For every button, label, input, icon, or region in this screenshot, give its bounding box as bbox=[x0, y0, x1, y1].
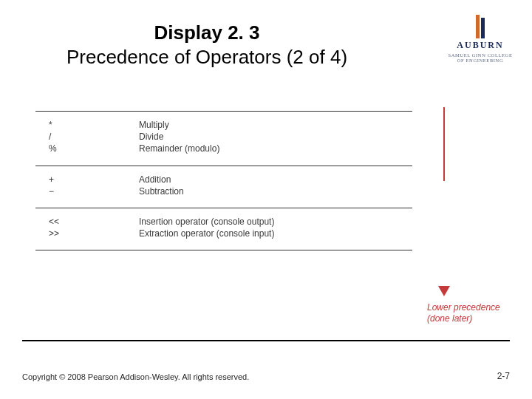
operator-descriptions: Multiply Divide Remainder (modulo) bbox=[139, 119, 412, 155]
operator-descriptions: Insertion operator (console output) Extr… bbox=[139, 216, 412, 239]
title-line1: Display 2. 3 bbox=[0, 21, 414, 45]
op-sym: % bbox=[49, 143, 139, 154]
op-desc: Addition bbox=[139, 174, 412, 185]
arrow-label-line2: (done later) bbox=[427, 313, 500, 324]
logo-tower-icon bbox=[474, 15, 487, 38]
logo-name: AUBURN bbox=[445, 40, 516, 51]
operator-symbols: + − bbox=[35, 174, 139, 197]
slide: Display 2. 3 Precedence of Operators (2 … bbox=[0, 0, 532, 399]
op-sym: * bbox=[49, 119, 139, 131]
op-sym: / bbox=[49, 131, 139, 143]
precedence-group: + − Addition Subtraction bbox=[35, 166, 412, 208]
institution-logo: AUBURN SAMUEL GINN COLLEGE OF ENGINEERIN… bbox=[445, 15, 516, 64]
op-desc: Multiply bbox=[139, 119, 412, 131]
op-sym: + bbox=[49, 174, 139, 185]
operator-symbols: << >> bbox=[35, 216, 139, 239]
title-block: Display 2. 3 Precedence of Operators (2 … bbox=[0, 21, 414, 69]
operator-symbols: * / % bbox=[35, 119, 139, 155]
op-desc: Insertion operator (console output) bbox=[139, 216, 412, 228]
title-line2: Precedence of Operators (2 of 4) bbox=[0, 45, 414, 69]
arrow-label: Lower precedence (done later) bbox=[427, 302, 500, 324]
op-desc: Extraction operator (console input) bbox=[139, 228, 412, 239]
op-sym: − bbox=[49, 185, 139, 197]
precedence-group: * / % Multiply Divide Remainder (modulo) bbox=[35, 112, 412, 166]
copyright: Copyright © 2008 Pearson Addison-Wesley.… bbox=[22, 372, 249, 381]
arrow-label-line1: Lower precedence bbox=[427, 302, 500, 313]
op-desc: Divide bbox=[139, 131, 412, 143]
precedence-arrow: Lower precedence (done later) bbox=[427, 107, 516, 181]
arrow-head-icon bbox=[438, 286, 450, 296]
op-desc: Subtraction bbox=[139, 185, 412, 197]
logo-subtitle: SAMUEL GINN COLLEGE OF ENGINEERING bbox=[445, 52, 516, 64]
op-sym: << bbox=[49, 216, 139, 228]
op-desc: Remainder (modulo) bbox=[139, 143, 412, 154]
footer-rule bbox=[22, 340, 510, 341]
op-sym: >> bbox=[49, 228, 139, 239]
arrow-shaft-icon bbox=[443, 107, 445, 181]
page-number: 2-7 bbox=[497, 371, 510, 381]
precedence-group: << >> Insertion operator (console output… bbox=[35, 208, 412, 250]
operator-descriptions: Addition Subtraction bbox=[139, 174, 412, 197]
precedence-table: * / % Multiply Divide Remainder (modulo)… bbox=[35, 111, 412, 250]
